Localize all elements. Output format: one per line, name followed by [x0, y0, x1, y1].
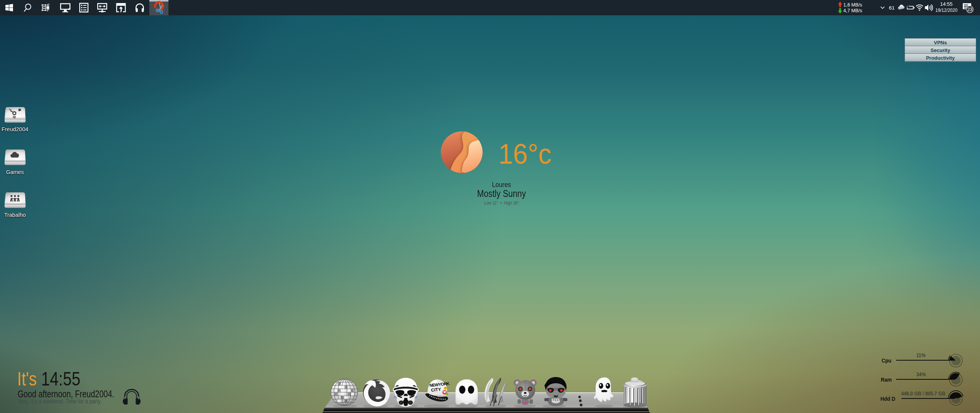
svg-text:23: 23: [967, 7, 973, 12]
